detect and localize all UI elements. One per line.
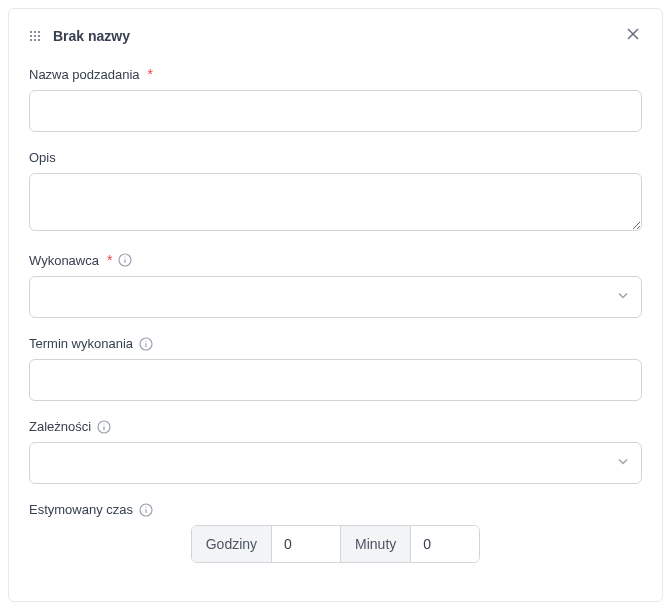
svg-point-6 [30, 38, 32, 40]
estimated-time-label: Estymowany czas [29, 502, 133, 517]
minutes-input[interactable] [411, 526, 479, 562]
field-assignee: Wykonawca * [29, 252, 642, 318]
time-group: Godziny Minuty [191, 525, 481, 563]
due-date-input[interactable] [29, 359, 642, 401]
assignee-select-wrap [29, 276, 642, 318]
svg-point-3 [30, 34, 32, 36]
description-label: Opis [29, 150, 56, 165]
close-button[interactable] [624, 25, 642, 46]
field-dependencies: Zależności [29, 419, 642, 484]
name-label: Nazwa podzadania [29, 67, 140, 82]
label-row: Wykonawca * [29, 252, 642, 268]
dependencies-label: Zależności [29, 419, 91, 434]
info-icon[interactable] [139, 337, 153, 351]
required-asterisk: * [107, 252, 112, 268]
label-row: Zależności [29, 419, 642, 434]
svg-point-4 [34, 34, 36, 36]
label-row: Estymowany czas [29, 502, 642, 517]
svg-point-1 [34, 30, 36, 32]
minutes-label: Minuty [340, 526, 411, 562]
field-estimated-time: Estymowany czas Godziny Minuty [29, 502, 642, 563]
time-row: Godziny Minuty [29, 525, 642, 563]
dependencies-select[interactable] [29, 442, 642, 484]
label-row: Opis [29, 150, 642, 165]
info-icon[interactable] [97, 420, 111, 434]
due-date-label: Termin wykonania [29, 336, 133, 351]
info-icon[interactable] [118, 253, 132, 267]
svg-point-16 [145, 340, 146, 341]
svg-point-0 [30, 30, 32, 32]
header-left: Brak nazwy [29, 28, 130, 44]
svg-point-22 [145, 506, 146, 507]
dependencies-select-wrap [29, 442, 642, 484]
subtask-card: Brak nazwy Nazwa podzadania * Opis Wykon… [8, 8, 663, 602]
svg-point-7 [34, 38, 36, 40]
card-title: Brak nazwy [53, 28, 130, 44]
hours-label: Godziny [192, 526, 272, 562]
card-header: Brak nazwy [29, 25, 642, 46]
close-icon [626, 27, 640, 44]
name-input[interactable] [29, 90, 642, 132]
svg-point-19 [104, 423, 105, 424]
label-row: Termin wykonania [29, 336, 642, 351]
field-due-date: Termin wykonania [29, 336, 642, 401]
required-asterisk: * [148, 66, 153, 82]
label-row: Nazwa podzadania * [29, 66, 642, 82]
svg-point-13 [125, 256, 126, 257]
svg-point-5 [38, 34, 40, 36]
description-textarea[interactable] [29, 173, 642, 231]
drag-handle-icon[interactable] [29, 30, 41, 42]
field-description: Opis [29, 150, 642, 234]
field-name: Nazwa podzadania * [29, 66, 642, 132]
svg-point-8 [38, 38, 40, 40]
assignee-label: Wykonawca [29, 253, 99, 268]
hours-input[interactable] [272, 526, 340, 562]
info-icon[interactable] [139, 503, 153, 517]
svg-point-2 [38, 30, 40, 32]
assignee-select[interactable] [29, 276, 642, 318]
